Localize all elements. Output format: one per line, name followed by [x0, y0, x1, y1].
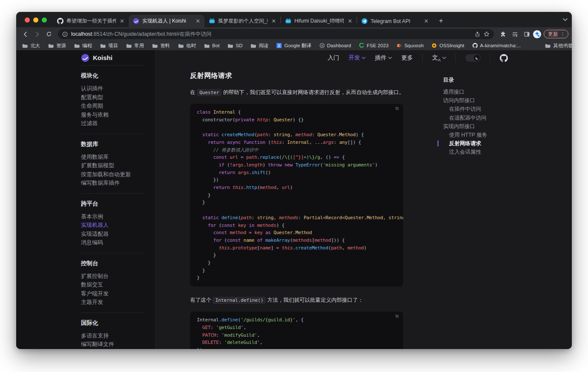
sidebar-item[interactable]: 认识插件 — [81, 84, 145, 93]
toc-item[interactable]: 在适配器中访问 — [443, 114, 528, 122]
bookmark-item[interactable]: 项目 — [100, 43, 118, 49]
reading-list-icon[interactable] — [509, 29, 520, 40]
nav-item-develop[interactable]: 开发 — [349, 54, 366, 62]
sidebar-item[interactable]: 数据交互 — [81, 280, 145, 289]
koishi-logo-icon — [81, 54, 89, 62]
chevron-down-icon — [442, 57, 446, 59]
chrome-update-button[interactable]: 更新 ⋮ — [544, 30, 568, 38]
sidebar-item[interactable]: 扩展控制台 — [81, 272, 145, 281]
sidebar-item[interactable]: 过滤器 — [81, 119, 145, 128]
bookmark-item[interactable]: 常用 — [126, 43, 144, 49]
bookmark-item[interactable]: SD — [228, 43, 242, 49]
bookmark-item[interactable]: 编程 — [74, 43, 92, 49]
nav-item-more[interactable]: 更多 — [401, 54, 413, 62]
sidebar-item[interactable]: 编写翻译文件 — [81, 340, 145, 349]
sidebar-group-title: 国际化 — [81, 319, 145, 327]
tab-koishi-active[interactable]: 实现机器人 | Koishi ✕ — [129, 15, 205, 27]
minimize-window-button[interactable] — [33, 17, 38, 23]
tab-close-icon[interactable]: ✕ — [423, 18, 429, 24]
back-button[interactable] — [20, 29, 31, 40]
bilibili-favicon-icon — [285, 18, 291, 24]
bookmark-item[interactable]: 阅读 — [251, 43, 268, 49]
dark-mode-toggle[interactable] — [465, 54, 481, 62]
tab-close-icon[interactable]: ✕ — [119, 18, 125, 24]
sidebar-item-active[interactable]: 实现机器人 — [81, 221, 145, 230]
bookmark-item[interactable]: OSSInsight — [432, 43, 464, 48]
bookmark-items: 北大资源编程项目常用资料临时BotSD阅读文Google 翻译Dashboard… — [22, 43, 521, 49]
tab-close-icon[interactable]: ✕ — [271, 18, 277, 24]
more-menu-icon[interactable]: ⋮ — [560, 31, 565, 37]
code-content: class Internal { constructor(private htt… — [197, 109, 396, 282]
sidebar-item[interactable]: 基本示例 — [81, 212, 145, 221]
bookmark-item[interactable]: A-kirami/matcha:... — [473, 43, 521, 48]
new-tab-button[interactable]: + — [435, 15, 447, 26]
forward-button[interactable] — [32, 29, 43, 40]
site-info-icon[interactable] — [62, 31, 68, 37]
bookmark-item[interactable]: 北大 — [22, 43, 40, 49]
toc-item[interactable]: 在插件中访问 — [443, 105, 528, 113]
toc-item[interactable]: 注入会话属性 — [443, 148, 528, 156]
sidebar-item[interactable]: 生命周期 — [81, 102, 145, 111]
other-bookmarks-button[interactable]: 其他书签 — [545, 43, 572, 49]
tab-close-icon[interactable]: ✕ — [195, 18, 201, 24]
bilibili-favicon-icon — [209, 18, 215, 24]
close-window-button[interactable] — [25, 17, 30, 23]
sidebar-item[interactable]: 按需加载和自动更新 — [81, 170, 145, 179]
sidebar-item[interactable]: 扩展数据模型 — [81, 161, 145, 170]
sidebar-item[interactable]: 实现适配器 — [81, 230, 145, 239]
extensions-puzzle-icon[interactable] — [497, 29, 508, 40]
code-lang-badge: ts — [395, 106, 399, 111]
share-icon[interactable] — [475, 31, 480, 37]
sidebar-item[interactable]: 配置构型 — [81, 93, 145, 102]
profile-avatar[interactable] — [533, 30, 541, 38]
bookmark-label: A-kirami/matcha:... — [480, 43, 521, 48]
zoom-window-button[interactable] — [42, 17, 47, 23]
reload-button[interactable] — [43, 29, 55, 40]
toc-item[interactable]: 使用 HTTP 服务 — [443, 131, 528, 139]
sidebar-nav: 模块化认识插件配置构型生命周期服务与依赖过滤器数据库使用数据库扩展数据模型按需加… — [81, 66, 145, 349]
toc-item[interactable]: 通用接口 — [443, 88, 528, 96]
github-icon — [500, 54, 508, 62]
page-title: 反射网络请求 — [190, 72, 403, 80]
moon-icon — [475, 56, 479, 60]
window-controls — [25, 17, 47, 23]
nav-item-plugins[interactable]: 插件 — [375, 54, 392, 62]
bookmark-item[interactable]: Dashboard — [320, 43, 351, 48]
tab-github-issue[interactable]: 希望增加一些关于插件Config的 ✕ — [53, 15, 129, 27]
tab-bilibili-hifumi[interactable]: Hifumi Daisuki_哔哩哔哩_bilibili ✕ — [281, 15, 357, 27]
github-link[interactable] — [500, 54, 508, 62]
sidebar-item[interactable]: 客户端开发 — [81, 289, 145, 298]
sidebar-item[interactable]: 消息编码 — [81, 238, 145, 247]
tab-telegram-api[interactable]: Telegram Bot API ✕ — [357, 15, 433, 27]
sidebar-item[interactable]: 编写数据库插件 — [81, 179, 145, 188]
language-switcher[interactable]: 文A — [432, 54, 446, 62]
translate-icon: 文A — [432, 54, 441, 62]
bookmark-item[interactable]: 资料 — [152, 43, 170, 49]
url-text[interactable]: localhost:8514/zh-CN/guide/adapter/bot.h… — [71, 31, 471, 38]
toc-item-active[interactable]: 反射网络请求 — [443, 139, 528, 148]
side-panel-icon[interactable] — [521, 29, 532, 40]
inline-code: Quester — [197, 89, 222, 96]
bookmark-item[interactable]: Squoosh — [397, 43, 424, 48]
sidebar-item[interactable]: 使用数据库 — [81, 153, 145, 162]
tab-close-icon[interactable]: ✕ — [347, 18, 353, 24]
tab-label: Hifumi Daisuki_哔哩哔哩_bilibili — [294, 17, 344, 25]
sidebar-item[interactable]: 多语言支持 — [81, 332, 145, 341]
doc-paragraph-1: 在 Quester 的帮助下，我们甚至可以直接对网络请求进行反射，从而自动生成内… — [190, 88, 403, 97]
sidebar-item[interactable]: 服务与依赖 — [81, 111, 145, 120]
address-bar[interactable]: localhost:8514/zh-CN/guide/adapter/bot.h… — [58, 29, 494, 39]
toc-item[interactable]: 访问内部接口 — [443, 96, 528, 105]
toc-item[interactable]: 实现内部接口 — [443, 122, 528, 131]
bookmark-item[interactable]: FSE 2023 — [359, 43, 389, 48]
bookmark-item[interactable]: 临时 — [178, 43, 196, 49]
bookmark-item[interactable]: Bot — [204, 43, 219, 49]
tab-overflow-chevron-icon[interactable] — [563, 18, 568, 21]
sidebar-item[interactable]: 接入 Crowdin — [81, 349, 145, 349]
site-logo[interactable]: Koishi — [81, 50, 145, 66]
bookmark-item[interactable]: 资源 — [48, 43, 66, 49]
bookmark-item[interactable]: 文Google 翻译 — [277, 43, 311, 49]
tab-bilibili-space[interactable]: 孤梦星影的个人空间_哔哩哔哩_ ✕ — [205, 15, 280, 27]
bookmark-star-icon[interactable] — [484, 31, 490, 37]
sidebar-item[interactable]: 主题开发 — [81, 298, 145, 307]
nav-item-getting-started[interactable]: 入门 — [328, 54, 339, 62]
